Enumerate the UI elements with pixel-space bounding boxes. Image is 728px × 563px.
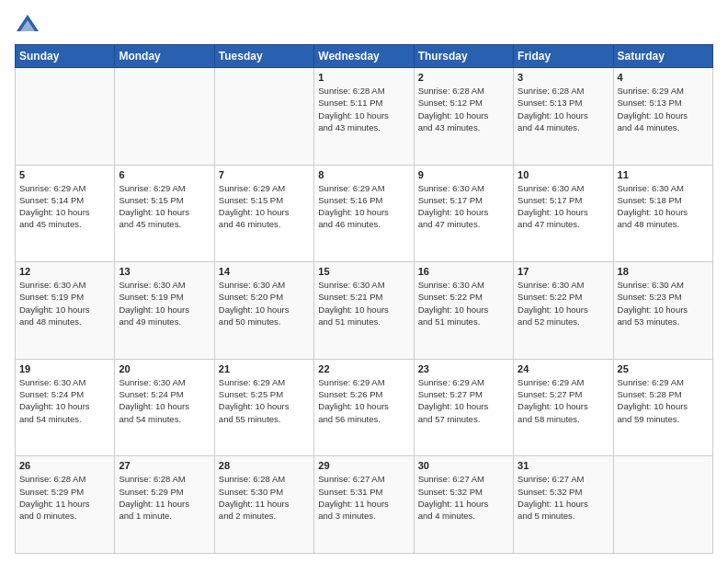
day-number: 30	[418, 460, 509, 471]
day-info: Sunrise: 6:29 AMSunset: 5:25 PMDaylight:…	[219, 376, 310, 425]
day-cell: 8Sunrise: 6:29 AMSunset: 5:16 PMDaylight…	[314, 165, 414, 262]
day-number: 29	[318, 460, 409, 471]
day-info: Sunrise: 6:28 AMSunset: 5:30 PMDaylight:…	[219, 473, 310, 522]
day-cell: 2Sunrise: 6:28 AMSunset: 5:12 PMDaylight…	[414, 68, 513, 166]
day-info: Sunrise: 6:29 AMSunset: 5:15 PMDaylight:…	[219, 182, 310, 231]
day-info: Sunrise: 6:30 AMSunset: 5:21 PMDaylight:…	[318, 279, 409, 327]
day-number: 27	[119, 460, 210, 471]
weekday-header-saturday: Saturday	[613, 45, 712, 68]
day-number: 9	[418, 169, 509, 180]
day-info: Sunrise: 6:29 AMSunset: 5:27 PMDaylight:…	[518, 376, 609, 425]
day-number: 19	[19, 363, 110, 374]
day-number: 8	[318, 169, 409, 180]
day-cell: 31Sunrise: 6:27 AMSunset: 5:32 PMDayligh…	[514, 456, 613, 554]
day-number: 7	[219, 169, 310, 180]
day-info: Sunrise: 6:27 AMSunset: 5:32 PMDaylight:…	[518, 473, 609, 522]
day-number: 15	[318, 266, 409, 277]
day-cell	[115, 68, 214, 166]
day-cell: 5Sunrise: 6:29 AMSunset: 5:14 PMDaylight…	[16, 165, 115, 262]
day-cell: 25Sunrise: 6:29 AMSunset: 5:28 PMDayligh…	[613, 359, 712, 456]
day-cell: 30Sunrise: 6:27 AMSunset: 5:32 PMDayligh…	[414, 456, 513, 554]
day-info: Sunrise: 6:28 AMSunset: 5:12 PMDaylight:…	[418, 85, 509, 133]
day-number: 12	[19, 266, 110, 277]
day-cell: 26Sunrise: 6:28 AMSunset: 5:29 PMDayligh…	[16, 456, 115, 554]
day-info: Sunrise: 6:28 AMSunset: 5:29 PMDaylight:…	[119, 473, 210, 522]
day-number: 31	[518, 460, 609, 471]
day-info: Sunrise: 6:30 AMSunset: 5:22 PMDaylight:…	[518, 279, 609, 327]
weekday-header-tuesday: Tuesday	[214, 45, 313, 68]
day-number: 13	[119, 266, 210, 277]
day-cell: 6Sunrise: 6:29 AMSunset: 5:15 PMDaylight…	[115, 165, 214, 262]
day-cell: 9Sunrise: 6:30 AMSunset: 5:17 PMDaylight…	[414, 165, 513, 262]
day-info: Sunrise: 6:30 AMSunset: 5:24 PMDaylight:…	[19, 376, 110, 425]
day-info: Sunrise: 6:29 AMSunset: 5:28 PMDaylight:…	[618, 376, 709, 425]
day-cell: 11Sunrise: 6:30 AMSunset: 5:18 PMDayligh…	[613, 165, 712, 262]
weekday-header-sunday: Sunday	[16, 45, 115, 68]
day-number: 3	[518, 72, 609, 83]
day-info: Sunrise: 6:29 AMSunset: 5:16 PMDaylight:…	[318, 182, 409, 231]
weekday-header-monday: Monday	[115, 45, 214, 68]
day-cell: 4Sunrise: 6:29 AMSunset: 5:13 PMDaylight…	[613, 68, 712, 166]
day-cell: 22Sunrise: 6:29 AMSunset: 5:26 PMDayligh…	[314, 359, 414, 456]
day-number: 4	[618, 72, 709, 83]
day-number: 16	[418, 266, 509, 277]
day-info: Sunrise: 6:30 AMSunset: 5:23 PMDaylight:…	[618, 279, 709, 327]
weekday-header-friday: Friday	[514, 45, 613, 68]
day-info: Sunrise: 6:28 AMSunset: 5:13 PMDaylight:…	[518, 85, 609, 133]
day-number: 18	[618, 266, 709, 277]
day-info: Sunrise: 6:30 AMSunset: 5:19 PMDaylight:…	[119, 279, 210, 327]
day-cell	[16, 68, 115, 166]
day-info: Sunrise: 6:30 AMSunset: 5:24 PMDaylight:…	[119, 376, 210, 425]
day-cell: 27Sunrise: 6:28 AMSunset: 5:29 PMDayligh…	[115, 456, 214, 554]
day-cell: 12Sunrise: 6:30 AMSunset: 5:19 PMDayligh…	[16, 262, 115, 360]
day-number: 22	[318, 363, 409, 374]
day-cell	[613, 456, 712, 554]
weekday-header-row: SundayMondayTuesdayWednesdayThursdayFrid…	[16, 45, 713, 68]
day-info: Sunrise: 6:28 AMSunset: 5:29 PMDaylight:…	[19, 473, 110, 522]
day-info: Sunrise: 6:29 AMSunset: 5:26 PMDaylight:…	[318, 376, 409, 425]
day-cell	[214, 68, 313, 166]
day-number: 10	[518, 169, 609, 180]
day-number: 21	[219, 363, 310, 374]
day-cell: 17Sunrise: 6:30 AMSunset: 5:22 PMDayligh…	[514, 262, 613, 360]
day-number: 5	[19, 169, 110, 180]
day-info: Sunrise: 6:30 AMSunset: 5:17 PMDaylight:…	[518, 182, 609, 231]
day-info: Sunrise: 6:29 AMSunset: 5:27 PMDaylight:…	[418, 376, 509, 425]
day-number: 14	[219, 266, 310, 277]
day-info: Sunrise: 6:28 AMSunset: 5:11 PMDaylight:…	[318, 85, 409, 133]
day-cell: 14Sunrise: 6:30 AMSunset: 5:20 PMDayligh…	[214, 262, 313, 360]
calendar-page: SundayMondayTuesdayWednesdayThursdayFrid…	[0, 0, 728, 563]
weekday-header-thursday: Thursday	[414, 45, 513, 68]
day-number: 6	[119, 169, 210, 180]
day-cell: 23Sunrise: 6:29 AMSunset: 5:27 PMDayligh…	[414, 359, 513, 456]
day-number: 1	[318, 72, 409, 83]
logo-icon	[15, 11, 40, 37]
day-info: Sunrise: 6:30 AMSunset: 5:20 PMDaylight:…	[219, 279, 310, 327]
day-number: 26	[19, 460, 110, 471]
day-cell: 28Sunrise: 6:28 AMSunset: 5:30 PMDayligh…	[214, 456, 313, 554]
day-cell: 24Sunrise: 6:29 AMSunset: 5:27 PMDayligh…	[514, 359, 613, 456]
logo	[15, 11, 44, 37]
day-info: Sunrise: 6:29 AMSunset: 5:14 PMDaylight:…	[19, 182, 110, 231]
day-number: 24	[518, 363, 609, 374]
week-row-1: 1Sunrise: 6:28 AMSunset: 5:11 PMDaylight…	[16, 68, 713, 166]
day-info: Sunrise: 6:30 AMSunset: 5:18 PMDaylight:…	[618, 182, 709, 231]
day-cell: 7Sunrise: 6:29 AMSunset: 5:15 PMDaylight…	[214, 165, 313, 262]
day-cell: 16Sunrise: 6:30 AMSunset: 5:22 PMDayligh…	[414, 262, 513, 360]
day-info: Sunrise: 6:27 AMSunset: 5:32 PMDaylight:…	[418, 473, 509, 522]
week-row-5: 26Sunrise: 6:28 AMSunset: 5:29 PMDayligh…	[16, 456, 713, 554]
day-info: Sunrise: 6:29 AMSunset: 5:15 PMDaylight:…	[119, 182, 210, 231]
weekday-header-wednesday: Wednesday	[314, 45, 414, 68]
day-cell: 1Sunrise: 6:28 AMSunset: 5:11 PMDaylight…	[314, 68, 414, 166]
header	[15, 11, 713, 37]
day-number: 11	[618, 169, 709, 180]
day-cell: 18Sunrise: 6:30 AMSunset: 5:23 PMDayligh…	[613, 262, 712, 360]
week-row-4: 19Sunrise: 6:30 AMSunset: 5:24 PMDayligh…	[16, 359, 713, 456]
day-cell: 21Sunrise: 6:29 AMSunset: 5:25 PMDayligh…	[214, 359, 313, 456]
day-cell: 20Sunrise: 6:30 AMSunset: 5:24 PMDayligh…	[115, 359, 214, 456]
day-number: 25	[618, 363, 709, 374]
day-info: Sunrise: 6:30 AMSunset: 5:17 PMDaylight:…	[418, 182, 509, 231]
day-info: Sunrise: 6:30 AMSunset: 5:22 PMDaylight:…	[418, 279, 509, 327]
calendar-body: 1Sunrise: 6:28 AMSunset: 5:11 PMDaylight…	[16, 68, 713, 554]
week-row-3: 12Sunrise: 6:30 AMSunset: 5:19 PMDayligh…	[16, 262, 713, 360]
